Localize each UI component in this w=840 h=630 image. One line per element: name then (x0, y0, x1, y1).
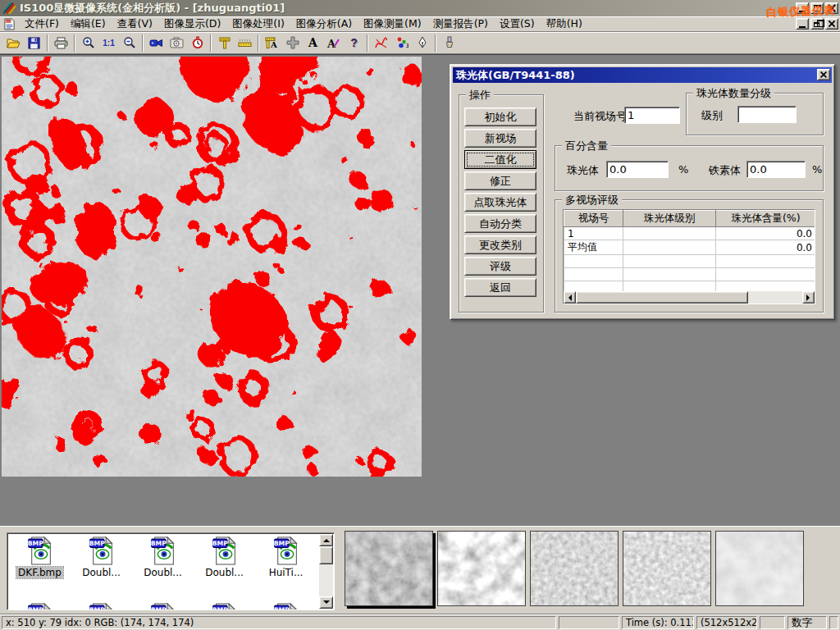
table-header-row: 视场号 珠光体级别 珠光体含量(%) 铁素体含量(%) (564, 211, 816, 227)
scrollbar-track[interactable] (748, 291, 802, 304)
video-capture-button[interactable] (146, 34, 167, 52)
dialog-close-button[interactable] (817, 69, 830, 80)
child-restore-button[interactable] (810, 18, 824, 30)
styled-text-button[interactable]: A (323, 34, 344, 52)
dialog-title-bar[interactable]: 珠光体(GB/T9441-88) (453, 67, 832, 83)
file-item[interactable] (132, 602, 194, 610)
vendor-watermark: 白银仪器仪表 (766, 3, 836, 21)
scroll-up-button[interactable] (319, 534, 333, 546)
pen-icon (418, 36, 427, 49)
bottom-panel: DKF.bmp Doubl... Doubl... Doubl... HuiTi… (0, 526, 840, 614)
app-icon (3, 2, 16, 15)
caliper-measure-button[interactable] (214, 34, 235, 52)
printer-icon (54, 37, 68, 49)
menu-file[interactable]: 文件(F) (19, 16, 65, 33)
binarize-button[interactable]: 二值化 (464, 150, 536, 169)
brush-tool-button[interactable] (439, 34, 459, 52)
col-pearlite-content[interactable]: 珠光体含量(%) (716, 211, 816, 227)
toolbar-separator (142, 34, 144, 52)
actual-size-button[interactable]: 1:1 (98, 34, 119, 52)
file-item[interactable] (194, 602, 255, 610)
menu-settings[interactable]: 设置(S) (494, 16, 541, 33)
menu-image-processing[interactable]: 图像处理(I) (226, 16, 290, 33)
scrollbar-thumb[interactable] (319, 546, 333, 564)
spline-tool-button[interactable] (371, 34, 391, 52)
grade-input[interactable] (737, 106, 797, 123)
text-button[interactable]: A (303, 34, 323, 52)
pick-pearlite-button[interactable]: 点取珠光体 (464, 193, 536, 212)
open-button[interactable] (3, 34, 24, 52)
file-item[interactable]: Doubl... (194, 536, 255, 578)
scroll-down-button[interactable] (319, 596, 333, 609)
scroll-left-button[interactable] (564, 291, 576, 304)
ferrite-percent-input[interactable] (746, 161, 806, 178)
grading-table[interactable]: 视场号 珠光体级别 珠光体含量(%) 铁素体含量(%) 1 0.0 平均值 0.… (563, 209, 815, 304)
micrograph-image[interactable] (2, 57, 422, 477)
camera-capture-button[interactable] (167, 34, 187, 52)
file-row: DKF.bmp Doubl... Doubl... Doubl... HuiTi… (9, 536, 317, 578)
current-field-input[interactable] (624, 107, 680, 124)
scroll-right-button[interactable] (802, 291, 815, 304)
grade-button[interactable]: 评级 (464, 257, 536, 276)
close-icon (829, 21, 836, 28)
col-field-no[interactable]: 视场号 (564, 211, 623, 227)
new-field-button[interactable]: 新视场 (464, 129, 536, 148)
menu-image-measure[interactable]: 图像测量(M) (358, 16, 427, 33)
zoom-in-button[interactable] (78, 34, 98, 52)
zoom-out-button[interactable] (119, 34, 139, 52)
bmp-file-icon (212, 536, 238, 566)
status-empty (829, 616, 838, 629)
thumbnail-2[interactable] (437, 531, 526, 606)
change-class-button[interactable]: 更改类别 (464, 235, 536, 254)
percent-group: 百分含量 珠光体 % 铁素体 % (555, 145, 824, 191)
file-item[interactable]: Doubl... (71, 536, 132, 578)
menu-image-display[interactable]: 图像显示(D) (158, 16, 226, 33)
pearlite-percent-input[interactable] (606, 161, 669, 178)
file-item[interactable]: HuiTi... (255, 536, 317, 578)
bmp-file-icon (273, 602, 299, 610)
styled-text-icon: A (326, 37, 340, 49)
save-button[interactable] (24, 34, 44, 52)
child-minimize-button[interactable] (796, 18, 809, 30)
correct-button[interactable]: 修正 (464, 171, 536, 190)
file-item[interactable] (71, 602, 132, 610)
table-row[interactable]: 1 0.0 (564, 227, 816, 240)
return-button[interactable]: 返回 (464, 278, 536, 297)
file-list[interactable]: DKF.bmp Doubl... Doubl... Doubl... HuiTi… (7, 532, 335, 610)
pen-tool-button[interactable] (412, 34, 432, 52)
thumbnail-1[interactable] (345, 531, 433, 606)
table-horizontal-scrollbar[interactable] (564, 291, 815, 304)
file-item[interactable] (9, 602, 71, 610)
initialize-button[interactable]: 初始化 (464, 107, 536, 126)
menu-edit[interactable]: 编辑(E) (65, 16, 112, 33)
move-button[interactable] (282, 34, 303, 52)
line-measure-button[interactable] (235, 34, 255, 52)
help-button[interactable]: ? (344, 34, 364, 52)
thumbnail-3[interactable] (530, 531, 619, 606)
menu-view[interactable]: 查看(V) (112, 16, 158, 33)
print-button[interactable] (51, 34, 71, 52)
child-close-button[interactable] (825, 18, 838, 30)
menu-image-analysis[interactable]: 图像分析(A) (290, 16, 358, 33)
thumbnail-4[interactable] (623, 531, 711, 606)
table-row[interactable]: 平均值 0.0 (564, 240, 816, 255)
menu-help[interactable]: 帮助(H) (541, 16, 588, 33)
timer-button[interactable] (187, 34, 208, 52)
document-icon[interactable]: DOC (3, 18, 16, 30)
file-item[interactable] (255, 602, 317, 610)
file-list-scrollbar[interactable] (319, 534, 333, 609)
col-pearlite-grade[interactable]: 珠光体级别 (623, 211, 716, 227)
menu-measure-report[interactable]: 测量报告(P) (427, 16, 494, 33)
count-points-button[interactable]: 3 (391, 34, 412, 52)
bmp-file-icon (150, 602, 176, 610)
down-arrow-icon (323, 600, 330, 607)
thumbnail-5[interactable] (715, 531, 804, 606)
auto-classify-button[interactable]: 自动分类 (464, 214, 536, 233)
annotate-measure-button[interactable]: A (262, 34, 282, 52)
file-item[interactable]: Doubl... (132, 536, 194, 578)
multi-field-group-label: 多视场评级 (562, 193, 622, 208)
file-item[interactable]: DKF.bmp (9, 536, 71, 578)
brush-icon (445, 36, 454, 49)
dialog-title: 珠光体(GB/T9441-88) (456, 68, 575, 83)
scrollbar-thumb[interactable] (576, 291, 748, 304)
